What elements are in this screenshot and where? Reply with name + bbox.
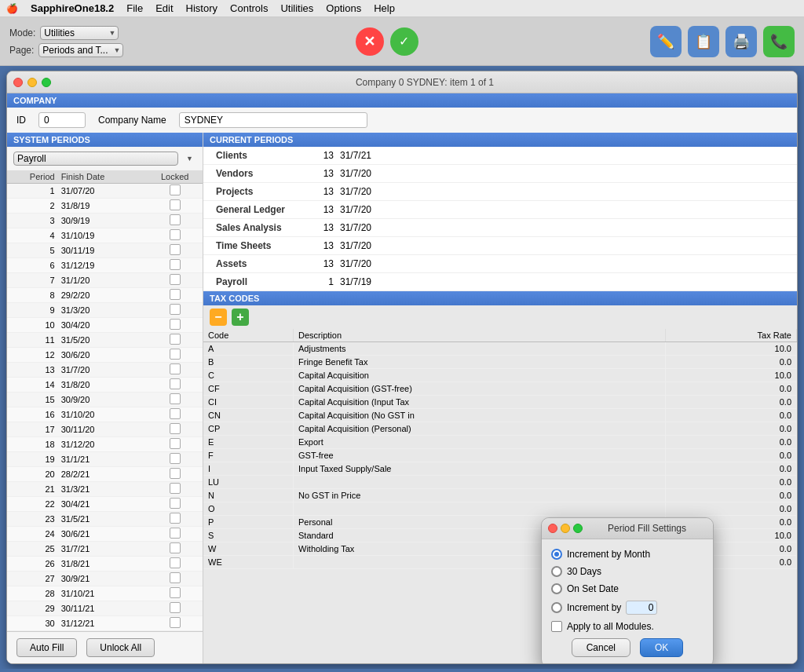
dialog-minimize[interactable] — [561, 524, 570, 533]
page-select[interactable]: Periods and T... — [38, 43, 123, 57]
current-periods-grid: Clients 13 31/7/21 Vendors 13 31/7/20 Pr… — [203, 147, 797, 291]
period-locked — [147, 572, 203, 586]
table-row: E Export 0.0 — [203, 436, 797, 449]
locked-checkbox[interactable] — [170, 408, 181, 419]
dialog-maximize[interactable] — [573, 524, 583, 533]
locked-checkbox[interactable] — [170, 617, 181, 628]
tax-code: N — [203, 489, 294, 502]
tax-code: WE — [203, 556, 294, 569]
minimize-button[interactable] — [27, 78, 37, 87]
locked-checkbox[interactable] — [170, 587, 181, 598]
bottom-bar: Auto Fill Unlock All — [7, 631, 203, 663]
locked-checkbox[interactable] — [170, 602, 181, 613]
table-row: LU 0.0 — [203, 476, 797, 489]
locked-checkbox[interactable] — [170, 393, 181, 404]
period-type-select[interactable]: Payroll — [13, 152, 178, 166]
dialog-title: Period Fill Settings — [587, 523, 707, 534]
locked-checkbox[interactable] — [170, 289, 181, 300]
locked-checkbox[interactable] — [170, 274, 181, 285]
locked-checkbox[interactable] — [170, 259, 181, 270]
menu-controls[interactable]: Controls — [230, 2, 268, 14]
locked-checkbox[interactable] — [170, 199, 181, 210]
auto-fill-button[interactable]: Auto Fill — [16, 638, 77, 657]
days-30-radio[interactable] — [551, 566, 562, 577]
maximize-button[interactable] — [42, 78, 51, 87]
period-rows: 1 31/07/20 2 31/8/19 3 30/9/19 4 31/10/1… — [7, 184, 203, 631]
increment-by-input[interactable] — [626, 601, 657, 615]
tax-rate: 0.0 — [666, 409, 797, 422]
code-col-header: Code — [203, 329, 294, 342]
locked-checkbox[interactable] — [170, 423, 181, 434]
period-date: 31/7/21 — [58, 542, 148, 557]
locked-checkbox[interactable] — [170, 498, 181, 509]
dialog-cancel-button[interactable]: Cancel — [572, 638, 630, 657]
table-row: B Fringe Benefit Tax 0.0 — [203, 356, 797, 369]
menu-file[interactable]: File — [126, 2, 143, 14]
cp-label: Payroll — [216, 276, 310, 287]
menu-edit[interactable]: Edit — [155, 2, 173, 14]
locked-checkbox[interactable] — [170, 363, 181, 374]
unlock-all-button[interactable]: Unlock All — [86, 638, 155, 657]
period-num: 9 — [7, 303, 58, 318]
menu-help[interactable]: Help — [374, 2, 395, 14]
cancel-button[interactable]: ✕ — [356, 27, 384, 56]
company-section-header: COMPANY — [7, 93, 797, 108]
table-row: 20 28/2/21 — [7, 467, 203, 482]
menu-history[interactable]: History — [186, 2, 217, 14]
print-icon-button[interactable]: 🖨️ — [725, 26, 757, 57]
period-date: 30/11/20 — [58, 422, 148, 437]
locked-checkbox[interactable] — [170, 214, 181, 225]
on-set-date-radio[interactable] — [551, 583, 562, 594]
locked-checkbox[interactable] — [170, 304, 181, 315]
increment-by-radio[interactable] — [551, 602, 562, 613]
phone-icon-button[interactable]: 📞 — [763, 26, 795, 57]
cp-num: 13 — [310, 240, 334, 251]
locked-checkbox[interactable] — [170, 319, 181, 330]
dialog-ok-button[interactable]: OK — [640, 638, 683, 657]
dialog-close[interactable] — [548, 524, 557, 533]
locked-checkbox[interactable] — [170, 244, 181, 255]
locked-checkbox[interactable] — [170, 542, 181, 553]
window-titlebar: Company 0 SYDNEY: item 1 of 1 — [7, 71, 797, 93]
company-name-field[interactable] — [179, 112, 367, 128]
remove-tax-button[interactable]: − — [210, 309, 227, 326]
locked-checkbox[interactable] — [170, 378, 181, 389]
mode-select[interactable]: Utilities — [40, 26, 119, 40]
locked-checkbox[interactable] — [170, 438, 181, 449]
menu-options[interactable]: Options — [326, 2, 361, 14]
locked-checkbox[interactable] — [170, 572, 181, 583]
table-row: 30 31/12/21 — [7, 616, 203, 631]
cp-label: Time Sheets — [216, 240, 310, 251]
on-set-date-label: On Set Date — [567, 583, 619, 594]
locked-checkbox[interactable] — [170, 557, 181, 568]
add-tax-button[interactable]: + — [232, 309, 249, 326]
edit-icon-button[interactable]: ✏️ — [650, 26, 682, 57]
copy-icon-button[interactable]: 📋 — [688, 26, 719, 57]
period-locked — [147, 214, 203, 228]
confirm-button[interactable]: ✓ — [390, 27, 418, 56]
close-button[interactable] — [13, 78, 23, 87]
locked-checkbox[interactable] — [170, 483, 181, 494]
locked-checkbox[interactable] — [170, 528, 181, 539]
locked-checkbox[interactable] — [170, 184, 181, 195]
apply-all-checkbox[interactable] — [551, 621, 562, 632]
toolbar-labels: Mode: Utilities Page: Periods and T... — [9, 26, 123, 57]
apple-menu[interactable]: 🍎 — [6, 3, 18, 14]
menu-utilities[interactable]: Utilities — [280, 2, 313, 14]
tax-rate: 0.0 — [666, 449, 797, 462]
increment-month-row: Increment by Month — [551, 549, 704, 560]
apply-all-label: Apply to all Modules. — [567, 621, 654, 632]
on-set-date-row: On Set Date — [551, 583, 704, 594]
table-row: 2 31/8/19 — [7, 199, 203, 214]
locked-checkbox[interactable] — [170, 349, 181, 360]
locked-checkbox[interactable] — [170, 468, 181, 479]
locked-checkbox[interactable] — [170, 453, 181, 464]
tax-code: P — [203, 516, 294, 529]
locked-checkbox[interactable] — [170, 229, 181, 240]
locked-checkbox[interactable] — [170, 334, 181, 345]
period-date: 31/8/21 — [58, 557, 148, 572]
id-field[interactable] — [38, 112, 86, 128]
increment-month-radio[interactable] — [551, 549, 562, 560]
tax-description — [294, 476, 666, 489]
locked-checkbox[interactable] — [170, 513, 181, 524]
